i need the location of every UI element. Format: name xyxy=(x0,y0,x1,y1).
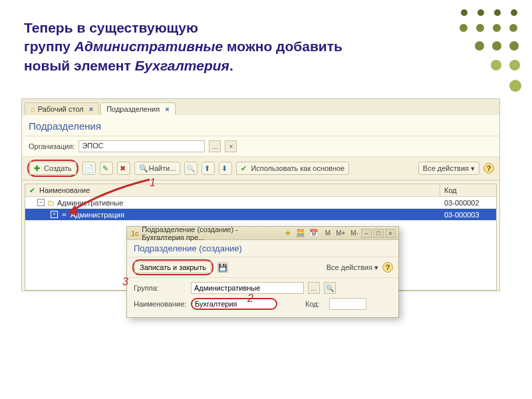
ellipsis-button[interactable]: … xyxy=(308,282,320,294)
calc-icon[interactable]: 🧮 xyxy=(296,229,305,237)
t: Использовать как основное xyxy=(251,164,344,172)
tab-label: Рабочий стол xyxy=(38,105,84,113)
calendar-icon[interactable]: 📅 xyxy=(309,229,319,237)
tab-subdivisions[interactable]: Подразделения × xyxy=(100,102,175,115)
find-button[interactable]: 🔍Найти... xyxy=(134,162,181,175)
annotation-3: 3 xyxy=(122,276,128,288)
edit-button[interactable]: ✎ xyxy=(100,162,113,175)
use-main-button[interactable]: ✔Использовать как основное xyxy=(236,162,349,175)
t: Найти... xyxy=(149,164,176,172)
t: Административные xyxy=(74,39,223,54)
search-icon: 🔍 xyxy=(139,164,147,172)
folder-icon: 🗀 xyxy=(47,199,55,207)
star-icon[interactable]: ★ xyxy=(285,229,291,237)
app-icon: 1c xyxy=(131,229,139,237)
lookup-button[interactable]: 🔍 xyxy=(324,282,336,294)
close-icon[interactable]: × xyxy=(165,105,169,113)
maximize-button[interactable]: □ xyxy=(373,229,384,238)
clear-search-icon: 🔍 xyxy=(186,164,196,173)
dialog-heading: Подразделение (создание) xyxy=(127,240,398,257)
t: Записать и закрыть xyxy=(140,263,206,271)
t: новый элемент xyxy=(24,58,135,73)
tab-label: Подразделения xyxy=(106,105,160,113)
minimize-button[interactable]: – xyxy=(361,229,372,238)
plus-icon: ✚ xyxy=(34,164,42,172)
code-input[interactable] xyxy=(329,298,366,310)
help-button[interactable]: ? xyxy=(382,262,393,273)
down-button[interactable]: ⬇ xyxy=(219,162,232,175)
dialog-all-actions[interactable]: Все действия ▾ xyxy=(327,263,378,272)
item-icon: ＝ xyxy=(61,209,68,219)
check-icon: ✔ xyxy=(241,164,249,172)
t: Создать xyxy=(44,164,72,172)
expand-icon[interactable]: + xyxy=(51,211,58,218)
table-header: ✔Наименование Код xyxy=(25,184,496,197)
name-label: Наименование: xyxy=(134,300,187,308)
tab-desktop[interactable]: ⌂ Рабочий стол × xyxy=(25,102,99,115)
slide-heading: Теперь в существующую группу Администрат… xyxy=(24,19,390,75)
ellipsis-button[interactable]: … xyxy=(209,140,221,152)
annotation-1: 1 xyxy=(150,177,156,189)
cell: Администрация xyxy=(70,211,124,219)
table-row[interactable]: −🗀Административные 03-000002 xyxy=(25,197,496,209)
doc-icon: 📄 xyxy=(84,164,94,173)
t: можно добавить xyxy=(223,39,342,54)
arrow-up-icon: ⬆ xyxy=(204,164,212,172)
clear-find-button[interactable]: 🔍 xyxy=(184,162,198,175)
close-icon[interactable]: × xyxy=(89,105,93,113)
code-label: Код: xyxy=(305,300,325,308)
cell: Административные xyxy=(57,199,123,207)
delete-button[interactable]: ✖ xyxy=(117,162,130,175)
t: Наименование xyxy=(39,186,90,194)
org-label: Организация: xyxy=(29,142,74,150)
copy-button[interactable]: 📄 xyxy=(82,162,96,175)
decorative-dots xyxy=(411,5,524,92)
collapse-icon[interactable]: − xyxy=(37,199,45,206)
page-title: Подразделения xyxy=(22,115,499,136)
name-input[interactable] xyxy=(191,298,277,310)
home-icon: ⌂ xyxy=(31,105,35,113)
tab-bar: ⌂ Рабочий стол × Подразделения × xyxy=(22,99,499,115)
group-label: Группа: xyxy=(134,284,187,292)
close-button[interactable]: × xyxy=(385,229,396,238)
dialog-title-text: Подразделение (создание) - Бухгалтерия п… xyxy=(142,225,280,241)
up-button[interactable]: ⬆ xyxy=(201,162,215,175)
m-plus[interactable]: M+ xyxy=(336,229,345,237)
all-actions-button[interactable]: Все действия ▾ xyxy=(418,162,479,175)
save-button[interactable]: 💾 xyxy=(217,262,228,273)
t: Все действия xyxy=(423,164,469,172)
dialog-title-bar[interactable]: 1c Подразделение (создание) - Бухгалтери… xyxy=(127,227,398,240)
arrow-down-icon: ⬇ xyxy=(221,164,229,172)
org-input[interactable]: ЭПОС xyxy=(78,140,205,152)
save-close-button[interactable]: Записать и закрыть xyxy=(134,261,211,273)
org-row: Организация: ЭПОС … × xyxy=(22,136,499,157)
annotation-2: 2 xyxy=(247,293,253,305)
create-button[interactable]: ✚ Создать xyxy=(29,162,76,175)
m-minus[interactable]: M- xyxy=(350,229,358,237)
main-toolbar: ✚ Создать 📄 ✎ ✖ 🔍Найти... 🔍 ⬆ ⬇ ✔Использ… xyxy=(22,157,499,180)
col-code[interactable]: Код xyxy=(440,184,496,196)
check-icon: ✔ xyxy=(29,186,37,194)
t: . xyxy=(229,58,233,73)
create-dialog: 1c Подразделение (создание) - Бухгалтери… xyxy=(126,226,399,318)
disk-icon: 💾 xyxy=(218,263,227,272)
table-row[interactable]: +＝Администрация 03-000003 xyxy=(25,209,496,221)
clear-button[interactable]: × xyxy=(225,140,237,152)
m[interactable]: M xyxy=(325,229,331,237)
t: Все действия xyxy=(327,263,372,271)
pencil-icon: ✎ xyxy=(102,164,110,172)
col-name[interactable]: ✔Наименование xyxy=(25,184,440,196)
create-highlight: ✚ Создать xyxy=(27,160,78,177)
dialog-toolbar: Записать и закрыть 💾 Все действия ▾ ? xyxy=(127,257,398,278)
chevron-down-icon: ▾ xyxy=(471,164,475,173)
t: Бухгалтерия xyxy=(135,58,229,73)
t: группу xyxy=(24,39,74,54)
chevron-down-icon: ▾ xyxy=(374,263,378,271)
cell: 03-000002 xyxy=(440,199,496,207)
t: Теперь в существующую xyxy=(24,20,198,35)
cell: 03-000003 xyxy=(440,211,496,219)
help-button[interactable]: ? xyxy=(483,163,494,174)
save-highlight: Записать и закрыть xyxy=(132,259,213,275)
dialog-fields: Группа: … 🔍 Наименование: Код: xyxy=(127,278,398,314)
delete-icon: ✖ xyxy=(120,164,128,172)
